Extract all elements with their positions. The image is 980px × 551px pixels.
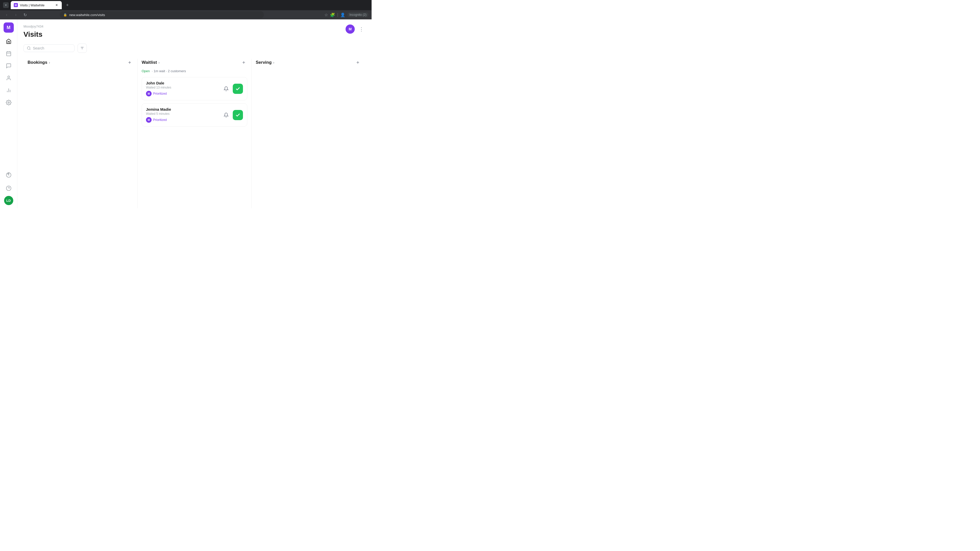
waitlist-column: Waitlist › + Open · 1m wait · 2 customer… [138, 59, 251, 208]
sidebar-item-help[interactable] [3, 183, 14, 194]
page-header: Moodjoy7434 Visits M ⋮ [24, 24, 366, 44]
app: M LD [0, 19, 372, 208]
waitlist-status-bar: Open · 1m wait · 2 customers [142, 69, 247, 73]
search-box[interactable]: Search [24, 44, 75, 52]
bookings-chevron-icon: › [49, 60, 50, 65]
john-dale-avatar: M [146, 91, 151, 97]
tab-favicon: M [14, 3, 18, 7]
bookings-column: Bookings › + [24, 59, 138, 208]
john-dale-name: John Dale [146, 81, 218, 85]
bookmark-icon[interactable]: ☆ [325, 13, 328, 17]
bookings-title[interactable]: Bookings › [27, 60, 50, 65]
search-placeholder: Search [33, 46, 44, 50]
header-actions: M ⋮ [345, 24, 366, 34]
sidebar: M LD [0, 19, 18, 208]
main-content: Moodjoy7434 Visits M ⋮ Search [18, 19, 372, 208]
waitlist-chevron-icon: › [159, 60, 160, 65]
serving-title[interactable]: Serving › [256, 60, 274, 65]
tab-title: Visits | Waitwhile [20, 3, 45, 7]
url-text: new.waitwhile.com/visits [69, 13, 105, 17]
sidebar-item-quick-actions[interactable] [3, 169, 14, 181]
more-options-button[interactable]: ⋮ [357, 25, 366, 33]
user-avatar-bottom[interactable]: LD [4, 196, 13, 205]
sidebar-logo[interactable]: M [3, 22, 14, 33]
extensions-icon[interactable]: 🧩 [330, 13, 335, 17]
svg-point-8 [8, 102, 10, 103]
jemina-madie-actions [221, 110, 243, 120]
serving-add-button[interactable]: + [354, 59, 361, 66]
sidebar-item-settings[interactable] [3, 97, 14, 108]
jemina-madie-tags: M Prioritized [146, 117, 218, 123]
john-dale-tags: M Prioritized [146, 91, 218, 97]
customer-card-john-dale: John Dale Waited 13 minutes M Prioritize… [142, 77, 247, 100]
tab-close-button[interactable]: ✕ [55, 3, 59, 7]
header-user-avatar[interactable]: M [345, 24, 355, 34]
customer-card-jemina-madie: Jemina Madie Waited 5 minutes M Prioriti… [142, 103, 247, 127]
filter-button[interactable] [78, 44, 87, 53]
lock-icon: 🔒 [63, 13, 67, 17]
john-dale-info: John Dale Waited 13 minutes M Prioritize… [146, 81, 218, 97]
bookings-column-header: Bookings › + [27, 59, 133, 66]
toolbar: Search [24, 44, 366, 53]
sidebar-bottom: LD [3, 169, 14, 205]
sidebar-item-messages[interactable] [3, 60, 14, 71]
bookings-add-button[interactable]: + [126, 59, 133, 66]
john-dale-priority-label: Prioritized [153, 92, 167, 95]
org-name: Moodjoy7434 [24, 24, 43, 28]
sidebar-item-customers[interactable] [3, 73, 14, 84]
status-open-label: Open [142, 69, 150, 73]
search-icon [27, 46, 31, 50]
address-bar[interactable]: 🔒 new.waitwhile.com/visits [60, 11, 264, 18]
tab-bar: ▾ M Visits | Waitwhile ✕ + [0, 0, 372, 10]
status-detail: · 1m wait · 2 customers [152, 69, 186, 73]
svg-line-14 [30, 49, 30, 50]
jemina-madie-avatar: M [146, 117, 151, 123]
sidebar-item-calendar[interactable] [3, 48, 14, 59]
incognito-badge: Incognito (2) [347, 13, 369, 17]
browser-window: ▾ M Visits | Waitwhile ✕ + ‹ › ↻ 🔒 new.w… [0, 0, 372, 19]
sidebar-item-analytics[interactable] [3, 85, 14, 96]
jemina-madie-priority-label: Prioritized [153, 118, 167, 122]
svg-point-4 [8, 76, 10, 78]
filter-icon [80, 46, 84, 50]
back-button[interactable]: ‹ [3, 11, 10, 18]
tab-switcher[interactable]: ▾ [3, 2, 9, 8]
address-bar-row: ‹ › ↻ 🔒 new.waitwhile.com/visits ☆ 🧩 | 👤… [0, 10, 372, 19]
reload-button[interactable]: ↻ [21, 11, 29, 18]
waitlist-add-button[interactable]: + [240, 59, 247, 66]
svg-rect-0 [6, 52, 11, 56]
jemina-madie-check-button[interactable] [233, 110, 243, 120]
serving-column: Serving › + [251, 59, 366, 208]
jemina-madie-info: Jemina Madie Waited 5 minutes M Prioriti… [146, 107, 218, 123]
profile-icon[interactable]: 👤 [340, 13, 345, 17]
page-title: Visits [24, 30, 43, 38]
jemina-madie-wait: Waited 5 minutes [146, 112, 218, 116]
svg-point-13 [27, 47, 30, 49]
serving-column-header: Serving › + [256, 59, 361, 66]
john-dale-wait: Waited 13 minutes [146, 86, 218, 89]
serving-chevron-icon: › [273, 60, 274, 65]
columns-container: Bookings › + Waitlist › + Open [24, 59, 366, 208]
john-dale-bell-button[interactable] [221, 84, 231, 94]
waitlist-column-header: Waitlist › + [142, 59, 247, 66]
john-dale-actions [221, 84, 243, 94]
john-dale-check-button[interactable] [233, 84, 243, 94]
jemina-madie-bell-button[interactable] [221, 110, 231, 120]
address-bar-actions: ☆ 🧩 | 👤 Incognito (2) [325, 13, 369, 17]
jemina-madie-name: Jemina Madie [146, 107, 218, 111]
divider: | [337, 13, 338, 17]
sidebar-item-home[interactable] [3, 36, 14, 47]
new-tab-button[interactable]: + [64, 2, 71, 9]
active-tab[interactable]: M Visits | Waitwhile ✕ [11, 1, 62, 9]
forward-button[interactable]: › [12, 11, 19, 18]
waitlist-title[interactable]: Waitlist › [142, 60, 160, 65]
